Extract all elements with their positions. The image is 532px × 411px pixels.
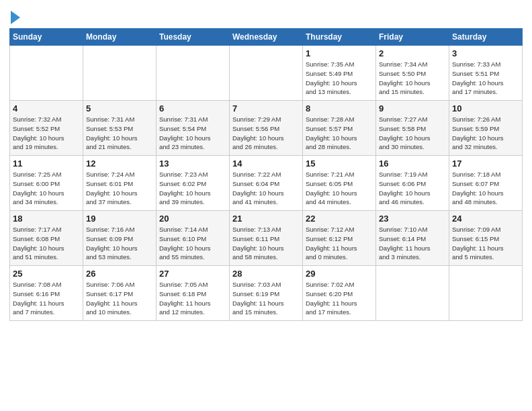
weekday-header-tuesday: Tuesday — [157, 29, 230, 46]
calendar-cell: 3Sunrise: 7:33 AM Sunset: 5:51 PM Daylig… — [449, 46, 523, 101]
calendar-cell — [83, 46, 157, 101]
calendar-cell: 11Sunrise: 7:25 AM Sunset: 6:00 PM Dayli… — [10, 156, 83, 211]
day-info: Sunrise: 7:25 AM Sunset: 6:00 PM Dayligh… — [13, 170, 80, 207]
day-number: 1 — [306, 48, 373, 58]
calendar-cell — [449, 266, 523, 321]
day-info: Sunrise: 7:08 AM Sunset: 6:16 PM Dayligh… — [13, 280, 80, 317]
day-number: 16 — [379, 158, 446, 169]
calendar-cell: 23Sunrise: 7:10 AM Sunset: 6:14 PM Dayli… — [376, 211, 449, 266]
day-info: Sunrise: 7:02 AM Sunset: 6:20 PM Dayligh… — [306, 280, 373, 317]
day-info: Sunrise: 7:18 AM Sunset: 6:07 PM Dayligh… — [452, 170, 519, 207]
day-number: 14 — [232, 158, 300, 169]
day-info: Sunrise: 7:31 AM Sunset: 5:53 PM Dayligh… — [86, 115, 153, 152]
weekday-header-wednesday: Wednesday — [230, 29, 303, 46]
calendar-table: SundayMondayTuesdayWednesdayThursdayFrid… — [9, 28, 523, 321]
calendar-cell: 12Sunrise: 7:24 AM Sunset: 6:01 PM Dayli… — [83, 156, 157, 211]
day-info: Sunrise: 7:09 AM Sunset: 6:15 PM Dayligh… — [452, 225, 519, 262]
calendar-cell: 20Sunrise: 7:14 AM Sunset: 6:10 PM Dayli… — [157, 211, 230, 266]
day-info: Sunrise: 7:33 AM Sunset: 5:51 PM Dayligh… — [452, 60, 519, 97]
day-number: 3 — [452, 48, 519, 58]
calendar-cell: 9Sunrise: 7:27 AM Sunset: 5:58 PM Daylig… — [376, 101, 449, 156]
week-row-2: 4Sunrise: 7:32 AM Sunset: 5:52 PM Daylig… — [10, 101, 523, 156]
day-number: 12 — [86, 158, 153, 169]
calendar-cell: 18Sunrise: 7:17 AM Sunset: 6:08 PM Dayli… — [10, 211, 83, 266]
calendar-cell: 10Sunrise: 7:26 AM Sunset: 5:59 PM Dayli… — [449, 101, 523, 156]
calendar-cell: 24Sunrise: 7:09 AM Sunset: 6:15 PM Dayli… — [449, 211, 523, 266]
calendar-cell: 19Sunrise: 7:16 AM Sunset: 6:09 PM Dayli… — [83, 211, 157, 266]
calendar-cell: 17Sunrise: 7:18 AM Sunset: 6:07 PM Dayli… — [449, 156, 523, 211]
calendar-cell — [376, 266, 449, 321]
day-number: 2 — [379, 48, 446, 58]
day-number: 6 — [159, 103, 226, 113]
day-number: 10 — [452, 103, 519, 113]
day-number: 24 — [452, 214, 519, 224]
calendar-cell — [157, 46, 230, 101]
calendar-cell: 8Sunrise: 7:28 AM Sunset: 5:57 PM Daylig… — [303, 101, 376, 156]
day-number: 29 — [306, 269, 373, 279]
calendar-cell: 22Sunrise: 7:12 AM Sunset: 6:12 PM Dayli… — [303, 211, 376, 266]
day-info: Sunrise: 7:31 AM Sunset: 5:54 PM Dayligh… — [159, 115, 226, 152]
day-number: 5 — [86, 103, 153, 113]
day-info: Sunrise: 7:28 AM Sunset: 5:57 PM Dayligh… — [306, 115, 373, 152]
calendar-cell: 25Sunrise: 7:08 AM Sunset: 6:16 PM Dayli… — [10, 266, 83, 321]
day-number: 23 — [379, 214, 446, 224]
day-info: Sunrise: 7:14 AM Sunset: 6:10 PM Dayligh… — [159, 225, 226, 262]
day-number: 22 — [306, 214, 373, 224]
day-info: Sunrise: 7:21 AM Sunset: 6:05 PM Dayligh… — [306, 170, 373, 207]
day-info: Sunrise: 7:24 AM Sunset: 6:01 PM Dayligh… — [86, 170, 153, 207]
header-row — [9, 7, 523, 24]
day-number: 28 — [232, 269, 300, 279]
week-row-1: 1Sunrise: 7:35 AM Sunset: 5:49 PM Daylig… — [10, 46, 523, 101]
weekday-header-sunday: Sunday — [10, 29, 83, 46]
calendar-cell: 16Sunrise: 7:19 AM Sunset: 6:06 PM Dayli… — [376, 156, 449, 211]
calendar-cell: 7Sunrise: 7:29 AM Sunset: 5:56 PM Daylig… — [230, 101, 303, 156]
day-info: Sunrise: 7:32 AM Sunset: 5:52 PM Dayligh… — [13, 115, 80, 152]
day-number: 7 — [232, 103, 300, 113]
day-info: Sunrise: 7:23 AM Sunset: 6:02 PM Dayligh… — [159, 170, 226, 207]
logo — [9, 9, 20, 24]
day-info: Sunrise: 7:16 AM Sunset: 6:09 PM Dayligh… — [86, 225, 153, 262]
day-number: 18 — [13, 214, 80, 224]
calendar-cell: 21Sunrise: 7:13 AM Sunset: 6:11 PM Dayli… — [230, 211, 303, 266]
day-number: 25 — [13, 269, 80, 279]
day-info: Sunrise: 7:22 AM Sunset: 6:04 PM Dayligh… — [232, 170, 300, 207]
day-info: Sunrise: 7:26 AM Sunset: 5:59 PM Dayligh… — [452, 115, 519, 152]
calendar-cell: 4Sunrise: 7:32 AM Sunset: 5:52 PM Daylig… — [10, 101, 83, 156]
day-number: 17 — [452, 158, 519, 169]
day-number: 27 — [159, 269, 226, 279]
day-info: Sunrise: 7:06 AM Sunset: 6:17 PM Dayligh… — [86, 280, 153, 317]
calendar-cell: 13Sunrise: 7:23 AM Sunset: 6:02 PM Dayli… — [157, 156, 230, 211]
calendar-cell: 6Sunrise: 7:31 AM Sunset: 5:54 PM Daylig… — [157, 101, 230, 156]
calendar-cell: 2Sunrise: 7:34 AM Sunset: 5:50 PM Daylig… — [376, 46, 449, 101]
day-info: Sunrise: 7:35 AM Sunset: 5:49 PM Dayligh… — [306, 60, 373, 97]
day-number: 20 — [159, 214, 226, 224]
day-number: 8 — [306, 103, 373, 113]
day-info: Sunrise: 7:34 AM Sunset: 5:50 PM Dayligh… — [379, 60, 446, 97]
day-number: 13 — [159, 158, 226, 169]
day-info: Sunrise: 7:17 AM Sunset: 6:08 PM Dayligh… — [13, 225, 80, 262]
calendar-cell — [10, 46, 83, 101]
day-info: Sunrise: 7:10 AM Sunset: 6:14 PM Dayligh… — [379, 225, 446, 262]
day-info: Sunrise: 7:13 AM Sunset: 6:11 PM Dayligh… — [232, 225, 300, 262]
day-info: Sunrise: 7:27 AM Sunset: 5:58 PM Dayligh… — [379, 115, 446, 152]
day-number: 9 — [379, 103, 446, 113]
day-number: 15 — [306, 158, 373, 169]
calendar-cell: 29Sunrise: 7:02 AM Sunset: 6:20 PM Dayli… — [303, 266, 376, 321]
week-row-5: 25Sunrise: 7:08 AM Sunset: 6:16 PM Dayli… — [10, 266, 523, 321]
weekday-header-friday: Friday — [376, 29, 449, 46]
day-number: 11 — [13, 158, 80, 169]
week-row-3: 11Sunrise: 7:25 AM Sunset: 6:00 PM Dayli… — [10, 156, 523, 211]
day-info: Sunrise: 7:03 AM Sunset: 6:19 PM Dayligh… — [232, 280, 300, 317]
day-info: Sunrise: 7:05 AM Sunset: 6:18 PM Dayligh… — [159, 280, 226, 317]
calendar-cell: 26Sunrise: 7:06 AM Sunset: 6:17 PM Dayli… — [83, 266, 157, 321]
day-info: Sunrise: 7:19 AM Sunset: 6:06 PM Dayligh… — [379, 170, 446, 207]
weekday-header-row: SundayMondayTuesdayWednesdayThursdayFrid… — [10, 29, 523, 46]
calendar-cell: 15Sunrise: 7:21 AM Sunset: 6:05 PM Dayli… — [303, 156, 376, 211]
calendar-cell: 27Sunrise: 7:05 AM Sunset: 6:18 PM Dayli… — [157, 266, 230, 321]
calendar-cell: 5Sunrise: 7:31 AM Sunset: 5:53 PM Daylig… — [83, 101, 157, 156]
weekday-header-thursday: Thursday — [303, 29, 376, 46]
logo-arrow-icon — [11, 11, 20, 24]
day-info: Sunrise: 7:12 AM Sunset: 6:12 PM Dayligh… — [306, 225, 373, 262]
day-number: 19 — [86, 214, 153, 224]
weekday-header-saturday: Saturday — [449, 29, 523, 46]
